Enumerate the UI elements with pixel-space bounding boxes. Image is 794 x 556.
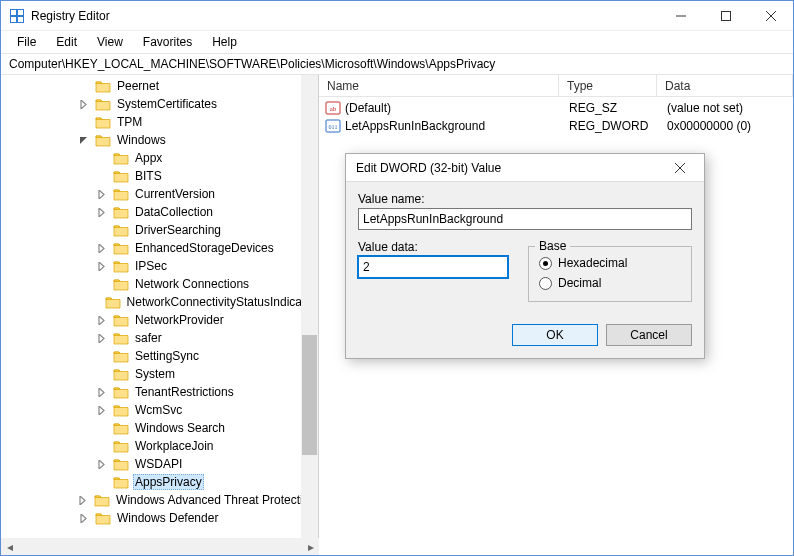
dialog-close-button[interactable]	[660, 155, 700, 181]
chevron-right-icon[interactable]	[77, 512, 89, 524]
col-header-data[interactable]: Data	[657, 75, 793, 96]
menu-edit[interactable]: Edit	[48, 33, 85, 51]
tree-node-label[interactable]: SettingSync	[133, 349, 201, 363]
tree-node-label[interactable]: Windows Advanced Threat Protection	[114, 493, 318, 507]
tree-node[interactable]: BITS	[113, 167, 318, 185]
tree-node-label[interactable]: System	[133, 367, 177, 381]
window-controls	[658, 1, 793, 30]
tree-node-label[interactable]: Network Connections	[133, 277, 251, 291]
chevron-right-icon[interactable]	[95, 188, 107, 200]
tree-node-label[interactable]: WSDAPI	[133, 457, 184, 471]
chevron-right-icon[interactable]	[95, 404, 107, 416]
tree-node[interactable]: NetworkProvider	[113, 311, 318, 329]
tree-node-label[interactable]: Appx	[133, 151, 164, 165]
radio-hex-circle[interactable]	[539, 257, 552, 270]
tree-node[interactable]: safer	[113, 329, 318, 347]
tree-node[interactable]: SystemCertificates	[95, 95, 318, 113]
tree-node[interactable]: SettingSync	[113, 347, 318, 365]
chevron-down-icon[interactable]	[77, 134, 89, 146]
hscroll-right-icon[interactable]: ▸	[302, 538, 319, 555]
tree[interactable]: PeernetSystemCertificatesTPMWindowsAppxB…	[1, 75, 318, 555]
tree-scrollbar-thumb[interactable]	[302, 335, 317, 455]
tree-node[interactable]: AppsPrivacy	[113, 473, 318, 491]
folder-icon	[113, 205, 129, 219]
tree-node[interactable]: Windows Advanced Threat Protection	[95, 491, 318, 509]
tree-node[interactable]: TenantRestrictions	[113, 383, 318, 401]
tree-node-label[interactable]: TPM	[115, 115, 144, 129]
tree-node-label[interactable]: NetworkProvider	[133, 313, 226, 327]
menu-file[interactable]: File	[9, 33, 44, 51]
radio-dec-circle[interactable]	[539, 277, 552, 290]
col-header-type[interactable]: Type	[559, 75, 657, 96]
tree-node[interactable]: DataCollection	[113, 203, 318, 221]
value-row[interactable]: 011LetAppsRunInBackgroundREG_DWORD0x0000…	[319, 117, 793, 135]
chevron-right-icon[interactable]	[95, 260, 107, 272]
tree-node-label[interactable]: safer	[133, 331, 164, 345]
chevron-right-icon[interactable]	[95, 242, 107, 254]
tree-node-label[interactable]: AppsPrivacy	[133, 474, 204, 490]
tree-node[interactable]: TPM	[95, 113, 318, 131]
chevron-right-icon[interactable]	[95, 314, 107, 326]
svg-text:ab: ab	[330, 105, 337, 113]
tree-node[interactable]: EnhancedStorageDevices	[113, 239, 318, 257]
chevron-right-icon[interactable]	[77, 98, 89, 110]
ok-button[interactable]: OK	[512, 324, 598, 346]
tree-node-label[interactable]: IPSec	[133, 259, 169, 273]
maximize-button[interactable]	[703, 1, 748, 30]
folder-icon	[95, 97, 111, 111]
chevron-right-icon[interactable]	[95, 206, 107, 218]
tree-node[interactable]: Windows Defender	[95, 509, 318, 527]
value-data-input[interactable]	[358, 256, 508, 278]
chevron-right-icon[interactable]	[95, 332, 107, 344]
menu-help[interactable]: Help	[204, 33, 245, 51]
address-bar[interactable]: Computer\HKEY_LOCAL_MACHINE\SOFTWARE\Pol…	[1, 53, 793, 75]
tree-node-label[interactable]: NetworkConnectivityStatusIndicator	[125, 295, 318, 309]
dialog-titlebar[interactable]: Edit DWORD (32-bit) Value	[346, 154, 704, 182]
tree-node[interactable]: NetworkConnectivityStatusIndicator	[113, 293, 318, 311]
radio-decimal[interactable]: Decimal	[539, 273, 681, 293]
tree-node[interactable]: DriverSearching	[113, 221, 318, 239]
tree-node[interactable]: Network Connections	[113, 275, 318, 293]
hscroll-left-icon[interactable]: ◂	[1, 538, 18, 555]
tree-node-label[interactable]: Windows	[115, 133, 168, 147]
chevron-right-icon[interactable]	[77, 494, 88, 506]
value-name-input[interactable]	[358, 208, 692, 230]
tree-node-label[interactable]: WcmSvc	[133, 403, 184, 417]
close-button[interactable]	[748, 1, 793, 30]
address-path[interactable]: Computer\HKEY_LOCAL_MACHINE\SOFTWARE\Pol…	[9, 57, 495, 71]
tree-node[interactable]: Windows	[95, 131, 318, 149]
tree-node-label[interactable]: SystemCertificates	[115, 97, 219, 111]
tree-node[interactable]: Peernet	[95, 77, 318, 95]
chevron-right-icon[interactable]	[95, 386, 107, 398]
tree-node[interactable]: IPSec	[113, 257, 318, 275]
tree-node[interactable]: CurrentVersion	[113, 185, 318, 203]
tree-node[interactable]: System	[113, 365, 318, 383]
radio-hexadecimal[interactable]: Hexadecimal	[539, 253, 681, 273]
tree-node[interactable]: WcmSvc	[113, 401, 318, 419]
tree-node-label[interactable]: DriverSearching	[133, 223, 223, 237]
value-row[interactable]: ab(Default)REG_SZ(value not set)	[319, 99, 793, 117]
tree-hscroll[interactable]: ◂ ▸	[1, 538, 319, 555]
tree-node[interactable]: Appx	[113, 149, 318, 167]
cancel-button[interactable]: Cancel	[606, 324, 692, 346]
chevron-right-icon[interactable]	[95, 458, 107, 470]
tree-node-label[interactable]: BITS	[133, 169, 164, 183]
tree-node-label[interactable]: TenantRestrictions	[133, 385, 236, 399]
col-header-name[interactable]: Name	[319, 75, 559, 96]
tree-node[interactable]: WorkplaceJoin	[113, 437, 318, 455]
menu-favorites[interactable]: Favorites	[135, 33, 200, 51]
tree-node-label[interactable]: Windows Search	[133, 421, 227, 435]
hscroll-track[interactable]	[18, 538, 302, 555]
tree-node-label[interactable]: Windows Defender	[115, 511, 220, 525]
tree-node-label[interactable]: EnhancedStorageDevices	[133, 241, 276, 255]
menu-view[interactable]: View	[89, 33, 131, 51]
tree-node[interactable]: Windows Search	[113, 419, 318, 437]
tree-scrollbar[interactable]	[301, 75, 318, 555]
tree-node[interactable]: WSDAPI	[113, 455, 318, 473]
tree-node-label[interactable]: WorkplaceJoin	[133, 439, 215, 453]
tree-node-label[interactable]: CurrentVersion	[133, 187, 217, 201]
folder-icon	[113, 439, 129, 453]
tree-node-label[interactable]: Peernet	[115, 79, 161, 93]
minimize-button[interactable]	[658, 1, 703, 30]
tree-node-label[interactable]: DataCollection	[133, 205, 215, 219]
